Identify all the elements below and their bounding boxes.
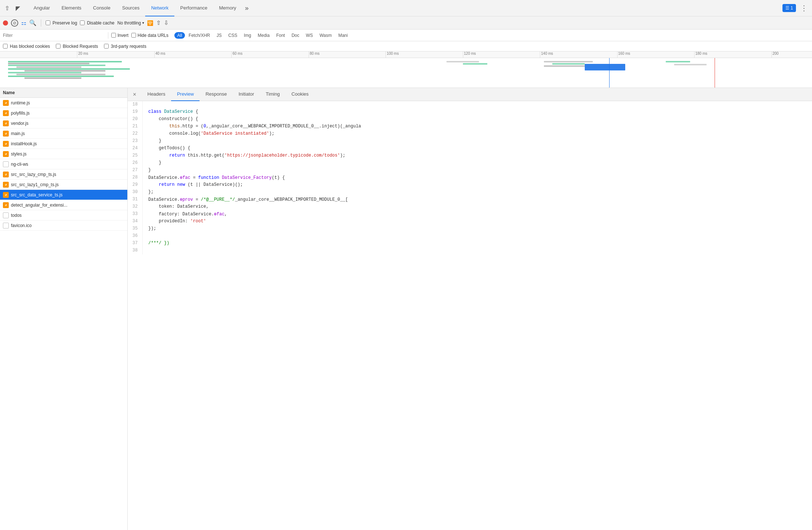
has-blocked-cookies-checkbox[interactable] (3, 44, 8, 49)
cursor-icon[interactable]: ⇧ (3, 4, 11, 12)
file-name: detect_angular_for_extensi... (11, 203, 124, 208)
hide-data-urls-checkbox-label[interactable]: Hide data URLs (131, 33, 169, 38)
panel-tab-cookies[interactable]: Cookies (286, 88, 314, 101)
filter-bar: Invert Hide data URLs AllFetch/XHRJSCSSI… (0, 30, 812, 41)
more-options-button[interactable]: ⋮ (799, 4, 809, 12)
settings-button[interactable]: ☰ 1 (782, 4, 796, 12)
panel-close-button[interactable]: × (131, 91, 139, 99)
file-icon: ↺ (3, 172, 9, 177)
third-party-label[interactable]: 3rd-party requests (104, 44, 146, 49)
device-icon[interactable]: ◤ (14, 4, 22, 12)
panel-tab-initiator[interactable]: Initiator (233, 88, 260, 101)
filter-type-css[interactable]: CSS (225, 32, 240, 39)
third-party-checkbox[interactable] (104, 44, 109, 49)
code-line: 31DataService.ɵprov = /*@__PURE__*/_angu… (128, 196, 812, 203)
line-code: console.log('DataService instantiated'); (142, 130, 812, 138)
filter-type-wasm[interactable]: Wasm (317, 32, 335, 39)
code-line: 32 token: DataService, (128, 203, 812, 211)
clear-button[interactable]: ⊘ (11, 19, 18, 27)
timeline-tick: 80 ms (309, 51, 320, 58)
code-line: 28DataService.ɵfac = function DataServic… (128, 174, 812, 181)
file-item[interactable]: ↺src_src_lazy_cmp_ts.js (0, 169, 127, 180)
line-code: constructor() { (142, 116, 812, 123)
code-preview[interactable]: 1819class DataService {20 constructor() … (128, 101, 812, 530)
blocked-requests-label[interactable]: Blocked Requests (56, 44, 98, 49)
download-icon[interactable]: ⇩ (164, 19, 169, 26)
filter-bar-divider (108, 32, 108, 39)
file-item[interactable]: ↺detect_angular_for_extensi... (0, 200, 127, 210)
tab-console[interactable]: Console (87, 0, 116, 16)
file-item[interactable]: ↺styles.js (0, 149, 127, 159)
line-code: return this.http.get('https://jsonplaceh… (142, 152, 812, 160)
file-item[interactable]: ↺runtime.js (0, 98, 127, 108)
preserve-log-label[interactable]: Preserve log (46, 20, 77, 26)
file-item[interactable]: ↺src_src_lazy1_cmp_ts.js (0, 180, 127, 190)
panel-tab-response[interactable]: Response (200, 88, 233, 101)
tab-performance[interactable]: Performance (174, 0, 213, 16)
blocked-requests-checkbox[interactable] (56, 44, 61, 49)
timeline-waterfall[interactable] (0, 58, 812, 88)
preserve-log-checkbox[interactable] (46, 20, 50, 25)
line-number: 18 (128, 101, 142, 108)
filter-type-js[interactable]: JS (214, 32, 225, 39)
file-name: installHook.js (11, 141, 124, 146)
timeline-tick: 100 ms (386, 51, 399, 58)
file-item[interactable]: ng-cli-ws (0, 159, 127, 169)
file-item[interactable]: ↺src_src_data_service_ts.js (0, 190, 127, 200)
filter-type-doc[interactable]: Doc (289, 32, 302, 39)
file-icon: ↺ (3, 100, 9, 106)
filter-type-fetch/xhr[interactable]: Fetch/XHR (186, 32, 213, 39)
filter-type-mani[interactable]: Mani (335, 32, 351, 39)
file-name: src_src_lazy1_cmp_ts.js (11, 182, 124, 187)
disable-cache-label[interactable]: Disable cache (80, 20, 114, 26)
filter-type-font[interactable]: Font (273, 32, 288, 39)
svg-text:↺: ↺ (5, 204, 7, 207)
file-item[interactable]: ↺vendor.js (0, 118, 127, 128)
line-number: 24 (128, 145, 142, 152)
top-nav: ⇧ ◤ Angular Elements Console Sources Net… (0, 0, 812, 16)
file-icon: ↺ (3, 110, 9, 116)
more-tabs-button[interactable]: » (242, 4, 251, 12)
panel-tab-headers[interactable]: Headers (142, 88, 171, 101)
filter-type-ws[interactable]: WS (303, 32, 316, 39)
file-item[interactable]: ↺polyfills.js (0, 108, 127, 118)
disable-cache-checkbox[interactable] (80, 20, 85, 25)
throttle-select[interactable]: No throttling ▾ (117, 20, 144, 26)
tab-angular[interactable]: Angular (28, 0, 56, 16)
hide-data-urls-checkbox[interactable] (131, 33, 136, 38)
search-button[interactable]: 🔍 (29, 19, 36, 26)
file-name: favicon.ico (11, 223, 124, 228)
has-blocked-cookies-label[interactable]: Has blocked cookies (3, 44, 50, 49)
file-item[interactable]: favicon.ico (0, 220, 127, 231)
file-item[interactable]: ↺installHook.js (0, 139, 127, 149)
invert-checkbox[interactable] (111, 33, 116, 38)
timeline-ruler: 20 ms40 ms60 ms80 ms100 ms120 ms140 ms16… (0, 51, 812, 58)
code-line: 36 (128, 233, 812, 240)
waterfall-bar (585, 64, 625, 70)
filter-input[interactable] (3, 33, 105, 38)
file-item[interactable]: todos (0, 210, 127, 220)
file-icon (3, 212, 9, 218)
upload-icon[interactable]: ⇧ (156, 19, 161, 26)
invert-checkbox-label[interactable]: Invert (111, 33, 128, 38)
tab-network[interactable]: Network (145, 0, 174, 16)
filter-type-all[interactable]: All (174, 32, 185, 39)
tab-memory[interactable]: Memory (213, 0, 242, 16)
panel-tab-timing[interactable]: Timing (260, 88, 286, 101)
panel-tab-preview[interactable]: Preview (171, 88, 200, 101)
file-icon: ↺ (3, 120, 9, 126)
filter-type-img[interactable]: Img (241, 32, 254, 39)
tab-sources[interactable]: Sources (116, 0, 146, 16)
code-line: 21 this.http = (0,_angular_core__WEBPACK… (128, 123, 812, 130)
tab-elements[interactable]: Elements (56, 0, 87, 16)
line-number: 30 (128, 189, 142, 196)
line-number: 36 (128, 233, 142, 240)
record-button[interactable] (3, 20, 8, 26)
wifi-icon: 🛜 (147, 20, 153, 26)
filter-type-media[interactable]: Media (255, 32, 272, 39)
file-item[interactable]: ↺main.js (0, 128, 127, 139)
line-code: DataService.ɵfac = function DataService_… (142, 174, 812, 181)
line-number: 22 (128, 130, 142, 138)
code-line: 27} (128, 167, 812, 174)
filter-button[interactable]: ⚏ (21, 19, 26, 26)
